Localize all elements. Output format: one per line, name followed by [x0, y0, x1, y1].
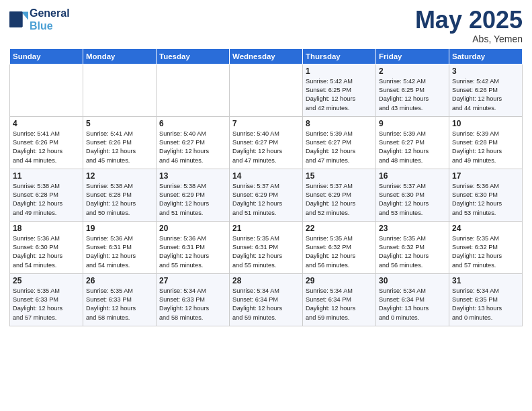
- day-number: 4: [13, 119, 80, 128]
- day-info: Sunrise: 5:37 AM Sunset: 6:29 PM Dayligh…: [232, 182, 300, 218]
- header-day-monday: Monday: [83, 48, 157, 64]
- day-number: 8: [306, 119, 373, 128]
- day-number: 30: [379, 276, 446, 285]
- day-number: 22: [306, 224, 373, 233]
- month-title: May 2025: [415, 7, 523, 34]
- logo-line1: General: [30, 7, 70, 19]
- page: General Blue May 2025 Abs, Yemen SundayM…: [0, 0, 532, 411]
- day-number: 27: [159, 276, 226, 285]
- day-info: Sunrise: 5:35 AM Sunset: 6:31 PM Dayligh…: [232, 234, 300, 270]
- day-cell: 13Sunrise: 5:38 AM Sunset: 6:29 PM Dayli…: [157, 169, 230, 221]
- day-info: Sunrise: 5:40 AM Sunset: 6:27 PM Dayligh…: [159, 130, 226, 165]
- day-info: Sunrise: 5:36 AM Sunset: 6:31 PM Dayligh…: [159, 234, 226, 270]
- day-info: Sunrise: 5:35 AM Sunset: 6:33 PM Dayligh…: [13, 287, 80, 322]
- day-number: 19: [86, 224, 153, 233]
- day-info: Sunrise: 5:42 AM Sunset: 6:26 PM Dayligh…: [452, 77, 519, 113]
- calendar-table: SundayMondayTuesdayWednesdayThursdayFrid…: [9, 48, 523, 326]
- day-cell: 25Sunrise: 5:35 AM Sunset: 6:33 PM Dayli…: [10, 273, 83, 326]
- day-cell: 18Sunrise: 5:36 AM Sunset: 6:30 PM Dayli…: [10, 221, 83, 273]
- week-row-2: 4Sunrise: 5:41 AM Sunset: 6:26 PM Daylig…: [10, 116, 523, 169]
- header-row: SundayMondayTuesdayWednesdayThursdayFrid…: [10, 48, 523, 64]
- day-number: 6: [159, 119, 226, 128]
- day-info: Sunrise: 5:34 AM Sunset: 6:35 PM Dayligh…: [452, 287, 519, 322]
- header-day-sunday: Sunday: [10, 48, 83, 64]
- day-info: Sunrise: 5:42 AM Sunset: 6:25 PM Dayligh…: [306, 77, 373, 113]
- day-info: Sunrise: 5:36 AM Sunset: 6:30 PM Dayligh…: [452, 182, 519, 218]
- day-cell: 11Sunrise: 5:38 AM Sunset: 6:28 PM Dayli…: [10, 169, 83, 221]
- day-number: 18: [13, 224, 80, 233]
- header-day-tuesday: Tuesday: [157, 48, 230, 64]
- day-number: 11: [13, 171, 80, 181]
- day-number: 28: [232, 276, 300, 285]
- day-cell: 23Sunrise: 5:35 AM Sunset: 6:32 PM Dayli…: [376, 221, 449, 273]
- day-cell: 30Sunrise: 5:34 AM Sunset: 6:34 PM Dayli…: [376, 273, 449, 326]
- day-number: 10: [452, 119, 519, 128]
- day-cell: 16Sunrise: 5:37 AM Sunset: 6:30 PM Dayli…: [376, 169, 449, 221]
- week-row-5: 25Sunrise: 5:35 AM Sunset: 6:33 PM Dayli…: [10, 273, 523, 326]
- day-cell: 17Sunrise: 5:36 AM Sunset: 6:30 PM Dayli…: [449, 169, 523, 221]
- day-cell: 14Sunrise: 5:37 AM Sunset: 6:29 PM Dayli…: [230, 169, 303, 221]
- day-info: Sunrise: 5:38 AM Sunset: 6:29 PM Dayligh…: [159, 182, 226, 218]
- day-info: Sunrise: 5:37 AM Sunset: 6:30 PM Dayligh…: [379, 182, 446, 218]
- day-number: 15: [306, 171, 373, 181]
- day-number: 12: [86, 171, 153, 181]
- day-cell: [83, 64, 157, 116]
- day-cell: 19Sunrise: 5:36 AM Sunset: 6:31 PM Dayli…: [83, 221, 157, 273]
- header-day-friday: Friday: [376, 48, 449, 64]
- day-number: 24: [452, 224, 519, 233]
- day-cell: 12Sunrise: 5:38 AM Sunset: 6:28 PM Dayli…: [83, 169, 157, 221]
- day-info: Sunrise: 5:37 AM Sunset: 6:29 PM Dayligh…: [306, 182, 373, 218]
- day-info: Sunrise: 5:42 AM Sunset: 6:25 PM Dayligh…: [379, 77, 446, 113]
- header: General Blue May 2025 Abs, Yemen: [9, 7, 523, 44]
- day-info: Sunrise: 5:35 AM Sunset: 6:33 PM Dayligh…: [86, 287, 153, 322]
- day-number: 16: [379, 171, 446, 181]
- day-cell: 21Sunrise: 5:35 AM Sunset: 6:31 PM Dayli…: [230, 221, 303, 273]
- day-cell: 15Sunrise: 5:37 AM Sunset: 6:29 PM Dayli…: [303, 169, 376, 221]
- day-info: Sunrise: 5:39 AM Sunset: 6:28 PM Dayligh…: [452, 130, 519, 165]
- day-number: 13: [159, 171, 226, 181]
- day-info: Sunrise: 5:34 AM Sunset: 6:34 PM Dayligh…: [379, 287, 446, 322]
- title-area: May 2025 Abs, Yemen: [415, 7, 523, 44]
- week-row-3: 11Sunrise: 5:38 AM Sunset: 6:28 PM Dayli…: [10, 169, 523, 221]
- day-info: Sunrise: 5:35 AM Sunset: 6:32 PM Dayligh…: [452, 234, 519, 270]
- day-cell: 1Sunrise: 5:42 AM Sunset: 6:25 PM Daylig…: [303, 64, 376, 116]
- day-cell: 9Sunrise: 5:39 AM Sunset: 6:27 PM Daylig…: [376, 116, 449, 169]
- day-info: Sunrise: 5:40 AM Sunset: 6:27 PM Dayligh…: [232, 130, 300, 165]
- day-cell: 3Sunrise: 5:42 AM Sunset: 6:26 PM Daylig…: [449, 64, 523, 116]
- day-info: Sunrise: 5:35 AM Sunset: 6:32 PM Dayligh…: [306, 234, 373, 270]
- day-cell: 2Sunrise: 5:42 AM Sunset: 6:25 PM Daylig…: [376, 64, 449, 116]
- day-info: Sunrise: 5:41 AM Sunset: 6:26 PM Dayligh…: [13, 130, 80, 165]
- location: Abs, Yemen: [415, 34, 523, 44]
- header-day-wednesday: Wednesday: [230, 48, 303, 64]
- day-number: 14: [232, 171, 300, 181]
- day-info: Sunrise: 5:36 AM Sunset: 6:30 PM Dayligh…: [13, 234, 80, 270]
- calendar-body: 1Sunrise: 5:42 AM Sunset: 6:25 PM Daylig…: [10, 64, 523, 326]
- day-cell: 10Sunrise: 5:39 AM Sunset: 6:28 PM Dayli…: [449, 116, 523, 169]
- day-cell: 7Sunrise: 5:40 AM Sunset: 6:27 PM Daylig…: [230, 116, 303, 169]
- day-cell: 24Sunrise: 5:35 AM Sunset: 6:32 PM Dayli…: [449, 221, 523, 273]
- day-number: 31: [452, 276, 519, 285]
- day-info: Sunrise: 5:38 AM Sunset: 6:28 PM Dayligh…: [13, 182, 80, 218]
- day-info: Sunrise: 5:39 AM Sunset: 6:27 PM Dayligh…: [306, 130, 373, 165]
- day-number: 23: [379, 224, 446, 233]
- day-cell: 5Sunrise: 5:41 AM Sunset: 6:26 PM Daylig…: [83, 116, 157, 169]
- logo-icon: [9, 9, 28, 28]
- day-info: Sunrise: 5:34 AM Sunset: 6:34 PM Dayligh…: [306, 287, 373, 322]
- day-cell: 6Sunrise: 5:40 AM Sunset: 6:27 PM Daylig…: [157, 116, 230, 169]
- day-number: 26: [86, 276, 153, 285]
- day-cell: 27Sunrise: 5:34 AM Sunset: 6:33 PM Dayli…: [157, 273, 230, 326]
- day-info: Sunrise: 5:34 AM Sunset: 6:34 PM Dayligh…: [232, 287, 300, 322]
- day-info: Sunrise: 5:39 AM Sunset: 6:27 PM Dayligh…: [379, 130, 446, 165]
- logo-line2: Blue: [30, 19, 70, 32]
- day-number: 9: [379, 119, 446, 128]
- day-cell: 4Sunrise: 5:41 AM Sunset: 6:26 PM Daylig…: [10, 116, 83, 169]
- day-number: 21: [232, 224, 300, 233]
- day-number: 7: [232, 119, 300, 128]
- header-day-thursday: Thursday: [303, 48, 376, 64]
- day-cell: 22Sunrise: 5:35 AM Sunset: 6:32 PM Dayli…: [303, 221, 376, 273]
- week-row-1: 1Sunrise: 5:42 AM Sunset: 6:25 PM Daylig…: [10, 64, 523, 116]
- day-cell: 31Sunrise: 5:34 AM Sunset: 6:35 PM Dayli…: [449, 273, 523, 326]
- day-number: 5: [86, 119, 153, 128]
- day-number: 2: [379, 66, 446, 76]
- day-info: Sunrise: 5:36 AM Sunset: 6:31 PM Dayligh…: [86, 234, 153, 270]
